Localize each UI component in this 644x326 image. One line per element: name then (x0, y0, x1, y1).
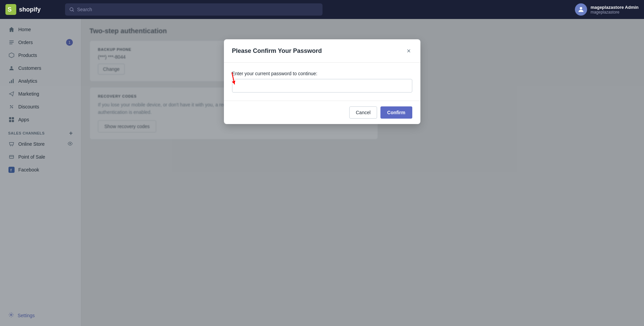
cancel-button[interactable]: Cancel (349, 106, 377, 119)
avatar (575, 3, 587, 16)
logo-text: shopify (19, 6, 41, 13)
logo: S shopify (5, 4, 60, 15)
search-input[interactable] (77, 7, 318, 12)
search-icon (69, 7, 74, 12)
modal-close-button[interactable]: × (406, 46, 412, 56)
main-content: Two-step authentication BACKUP PHONE (**… (81, 19, 644, 326)
shopify-logo-icon: S (5, 4, 16, 15)
user-area: mageplazastore Admin mageplazastore (575, 3, 639, 16)
user-info: mageplazastore Admin mageplazastore (590, 5, 639, 15)
user-name: mageplazastore Admin (590, 5, 639, 10)
top-nav: S shopify mageplazastore Admin mageplaza… (0, 0, 644, 19)
password-label: Enter your current password to continue: (232, 71, 412, 76)
modal-title: Please Confirm Your Password (232, 47, 322, 55)
confirm-password-modal: Please Confirm Your Password × Enter you… (224, 39, 420, 124)
svg-text:S: S (7, 6, 12, 13)
confirm-button[interactable]: Confirm (380, 106, 412, 119)
password-input[interactable] (232, 79, 412, 93)
svg-point-3 (580, 7, 582, 9)
modal-overlay: Please Confirm Your Password × Enter you… (81, 19, 644, 326)
modal-body: Enter your current password to continue: (224, 63, 420, 101)
search-bar[interactable] (65, 3, 323, 16)
modal-header: Please Confirm Your Password × (224, 39, 420, 63)
modal-footer: Cancel Confirm (224, 101, 420, 124)
user-store: mageplazastore (590, 10, 639, 15)
